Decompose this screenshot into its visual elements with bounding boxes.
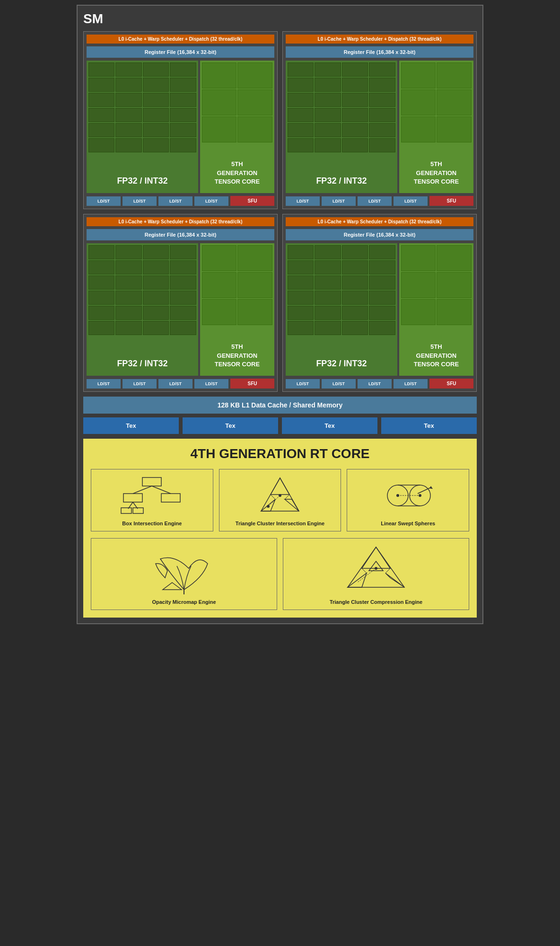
svg-marker-32 [385,573,404,587]
ldst-16: LD/ST [394,379,428,389]
quadrant-grid: L0 i-Cache + Warp Scheduler + Dispatch (… [83,31,477,392]
svg-rect-0 [142,477,161,486]
ldst-15: LD/ST [358,379,392,389]
tensor-area-1: 5THGENERATIONTENSOR CORE [200,61,274,193]
fp32-label-4: FP32 / INT32 [286,359,397,369]
tensor-label-2: 5THGENERATIONTENSOR CORE [399,160,473,186]
triangle-cluster-compression-icon [288,543,464,595]
ldst-5: LD/ST [286,196,320,206]
register-file-1: Register File (16,384 x 32-bit) [87,46,274,58]
tex-2: Tex [183,417,278,434]
sfu-4: SFU [429,379,473,389]
box-intersection-engine: Box Intersection Engine [91,469,213,531]
svg-line-17 [268,495,280,506]
ldst-7: LD/ST [358,196,392,206]
svg-rect-7 [121,508,131,513]
svg-marker-26 [429,486,433,489]
sfu-3: SFU [230,379,274,389]
rt-core-container: 4TH GENERATION RT CORE [83,439,477,618]
compute-area-4: FP32 / INT32 5THGENERATIONTENSOR CORE [286,243,473,376]
box-intersection-icon [96,474,208,517]
quadrant-3: L0 i-Cache + Warp Scheduler + Dispatch (… [83,214,278,392]
linear-swept-spheres-label: Linear Swept Spheres [352,521,464,526]
fp32-label-3: FP32 / INT32 [87,359,198,369]
svg-line-1 [133,486,152,494]
fp32-area-2: FP32 / INT32 [286,61,397,193]
opacity-micromap-label: Opacity Micromap Engine [96,599,272,605]
fp32-area-3: FP32 / INT32 [87,243,198,376]
ldst-3: LD/ST [158,196,192,206]
bottom-row-3: LD/ST LD/ST LD/ST LD/ST SFU [87,379,274,389]
ldst-12: LD/ST [194,379,228,389]
compute-area-1: FP32 / INT32 5THGENERATIONTENSOR CORE [87,61,274,193]
triangle-cluster-engine: Triangle Cluster Intersection Engine [219,469,341,531]
rt-engines-row2: Opacity Micromap Engine [91,538,469,610]
warp-scheduler-4: L0 i-Cache + Warp Scheduler + Dispatch (… [286,217,473,226]
ldst-13: LD/ST [286,379,320,389]
ldst-1: LD/ST [87,196,121,206]
svg-line-14 [285,495,289,499]
tex-row: Tex Tex Tex Tex [83,417,477,434]
tensor-label-1: 5THGENERATIONTENSOR CORE [200,160,274,186]
svg-rect-4 [161,494,180,502]
sfu-2: SFU [429,196,473,206]
svg-line-13 [271,495,275,499]
ldst-14: LD/ST [322,379,356,389]
compute-area-3: FP32 / INT32 5THGENERATIONTENSOR CORE [87,243,274,376]
triangle-cluster-compression-engine: Triangle Cluster Compression Engine [283,538,469,610]
ldst-8: LD/ST [394,196,428,206]
warp-scheduler-3: L0 i-Cache + Warp Scheduler + Dispatch (… [87,217,274,226]
l1-cache: 128 KB L1 Data Cache / Shared Memory [83,397,477,414]
ldst-10: LD/ST [122,379,157,389]
linear-swept-spheres-engine: Linear Swept Spheres [347,469,469,531]
ldst-9: LD/ST [87,379,121,389]
quadrant-2: L0 i-Cache + Warp Scheduler + Dispatch (… [282,31,477,209]
svg-line-35 [385,568,390,573]
svg-line-37 [357,568,376,583]
warp-scheduler-2: L0 i-Cache + Warp Scheduler + Dispatch (… [286,35,473,44]
fp32-area-1: FP32 / INT32 [87,61,198,193]
register-file-3: Register File (16,384 x 32-bit) [87,229,274,240]
svg-rect-3 [123,494,142,502]
rt-core-title: 4TH GENERATION RT CORE [91,446,469,461]
triangle-cluster-icon [224,474,336,517]
triangle-cluster-compression-label: Triangle Cluster Compression Engine [288,599,464,605]
fp32-label-1: FP32 / INT32 [87,176,198,186]
linear-swept-spheres-icon [352,474,464,517]
fp32-area-4: FP32 / INT32 [286,243,397,376]
svg-rect-8 [133,508,143,513]
ldst-2: LD/ST [122,196,157,206]
box-intersection-label: Box Intersection Engine [96,521,208,526]
bottom-row-2: LD/ST LD/ST LD/ST LD/ST SFU [286,196,473,206]
tex-4: Tex [381,417,477,434]
tensor-area-3: 5THGENERATIONTENSOR CORE [200,243,274,376]
opacity-micromap-icon [96,543,272,595]
ldst-4: LD/ST [194,196,228,206]
sm-container: SM L0 i-Cache + Warp Scheduler + Dispatc… [77,5,483,624]
tensor-label-3: 5THGENERATIONTENSOR CORE [200,343,274,369]
svg-line-2 [152,486,171,494]
tex-1: Tex [83,417,179,434]
svg-marker-31 [348,573,367,587]
svg-marker-12 [285,499,299,511]
svg-line-34 [362,568,367,573]
rt-engines-row1: Box Intersection Engine [91,469,469,531]
ldst-6: LD/ST [322,196,356,206]
tensor-label-4: 5THGENERATIONTENSOR CORE [399,343,473,369]
bottom-row-4: LD/ST LD/ST LD/ST LD/ST SFU [286,379,473,389]
svg-marker-10 [271,478,289,495]
tensor-area-2: 5THGENERATIONTENSOR CORE [399,61,473,193]
triangle-cluster-label: Triangle Cluster Intersection Engine [224,521,336,526]
bottom-row-1: LD/ST LD/ST LD/ST LD/ST SFU [87,196,274,206]
ldst-11: LD/ST [158,379,192,389]
tex-3: Tex [282,417,377,434]
opacity-micromap-engine: Opacity Micromap Engine [91,538,277,610]
sm-title: SM [83,11,477,27]
fp32-label-2: FP32 / INT32 [286,176,397,186]
svg-marker-30 [362,547,390,568]
tensor-area-4: 5THGENERATIONTENSOR CORE [399,243,473,376]
quadrant-1: L0 i-Cache + Warp Scheduler + Dispatch (… [83,31,278,209]
register-file-4: Register File (16,384 x 32-bit) [286,229,473,240]
warp-scheduler-1: L0 i-Cache + Warp Scheduler + Dispatch (… [87,35,274,44]
register-file-2: Register File (16,384 x 32-bit) [286,46,473,58]
